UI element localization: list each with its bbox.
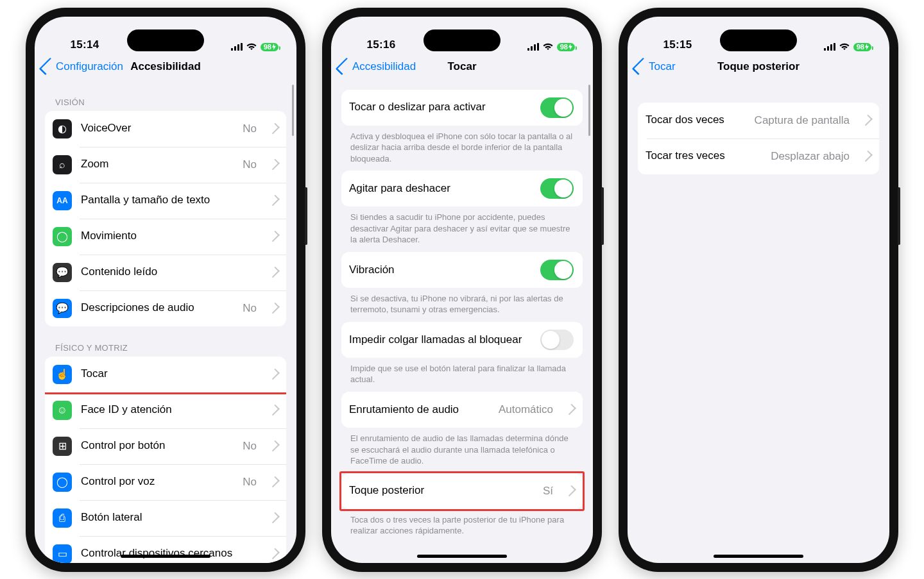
row-label: Agitar para deshacer	[349, 182, 531, 195]
row-faceid-attention[interactable]: ☺ Face ID y atención	[45, 392, 286, 428]
svg-rect-4	[527, 48, 529, 51]
zoom-icon: ⌕	[53, 155, 72, 174]
motion-icon: ◯	[53, 227, 72, 246]
row-voice-control[interactable]: ◯ Control por voz No	[45, 464, 286, 500]
row-label: Controlar dispositivos cercanos	[81, 547, 257, 560]
toggle-vibration[interactable]	[540, 260, 574, 280]
iphone-mock-1: 15:14 98 Configuración Accesibilidad VIS…	[26, 8, 305, 572]
svg-rect-5	[531, 46, 533, 51]
wifi-icon	[246, 43, 257, 51]
row-label: Control por voz	[81, 475, 234, 488]
status-time: 15:15	[646, 38, 710, 51]
svg-rect-8	[824, 48, 826, 51]
chevron-right-icon	[268, 512, 280, 524]
row-zoom[interactable]: ⌕ Zoom No	[45, 147, 286, 183]
row-side-button[interactable]: ⎙ Botón lateral	[45, 500, 286, 536]
toggle-touch-wake[interactable]	[540, 97, 574, 118]
row-value: Automático	[499, 403, 553, 416]
chevron-left-icon	[632, 58, 650, 76]
row-touch-wake[interactable]: Tocar o deslizar para activar	[341, 90, 583, 126]
nav-bar: Accesibilidad Tocar	[331, 53, 593, 81]
row-double-tap[interactable]: Tocar dos veces Captura de pantalla	[638, 103, 879, 138]
row-vibration[interactable]: Vibración	[341, 252, 583, 288]
toggle-shake-undo[interactable]	[540, 178, 574, 199]
home-indicator[interactable]	[417, 555, 507, 558]
voice-control-icon: ◯	[53, 473, 72, 492]
row-label: Control por botón	[81, 439, 234, 452]
row-touch[interactable]: ☝ Tocar	[45, 357, 286, 392]
row-label: Movimiento	[81, 230, 257, 242]
nav-back-button[interactable]: Tocar	[633, 58, 676, 74]
chevron-right-icon	[268, 369, 280, 380]
row-label: Descripciones de audio	[81, 301, 234, 314]
row-voiceover[interactable]: ◐ VoiceOver No	[45, 111, 286, 147]
footer-text: El enrutamiento de audio de las llamadas…	[341, 428, 583, 467]
row-control-nearby[interactable]: ▭ Controlar dispositivos cercanos	[45, 536, 286, 563]
row-label: Enrutamiento de audio	[349, 403, 490, 416]
nav-back-button[interactable]: Accesibilidad	[336, 58, 416, 74]
section-header-vision: VISIÓN	[45, 81, 286, 111]
row-shake-undo[interactable]: Agitar para deshacer	[341, 171, 583, 206]
chevron-right-icon	[268, 548, 280, 560]
chevron-right-icon	[268, 303, 280, 314]
footer-text: Toca dos o tres veces la parte posterior…	[341, 509, 583, 537]
status-time: 15:14	[53, 38, 117, 51]
chevron-right-icon	[861, 115, 873, 126]
row-label: Zoom	[81, 158, 234, 171]
row-back-tap[interactable]: Toque posterior Sí	[341, 473, 583, 509]
section-vision: ◐ VoiceOver No ⌕ Zoom No AA Pantalla y t…	[45, 111, 286, 326]
row-label: Tocar dos veces	[646, 113, 746, 126]
chevron-right-icon	[268, 405, 280, 416]
svg-rect-7	[537, 43, 539, 51]
chevron-right-icon	[861, 151, 873, 162]
footer-text: Si tiendes a sacudir tu iPhone por accid…	[341, 206, 583, 246]
aa-icon: AA	[53, 191, 72, 210]
row-prevent-lock-end[interactable]: Impedir colgar llamadas al bloquear	[341, 322, 583, 358]
row-value: Captura de pantalla	[755, 114, 850, 127]
home-indicator[interactable]	[714, 555, 803, 558]
row-audio-routing[interactable]: Enrutamiento de audio Automático	[341, 392, 583, 428]
cellular-signal-icon	[824, 43, 835, 51]
svg-rect-9	[827, 46, 829, 51]
svg-rect-3	[241, 43, 243, 51]
row-audio-descriptions[interactable]: 💬 Descripciones de audio No	[45, 290, 286, 326]
chevron-right-icon	[268, 441, 280, 452]
chevron-right-icon	[268, 159, 280, 171]
footer-text: Impide que se use el botón lateral para …	[341, 358, 583, 385]
highlight-touch-row: ☝ Tocar	[45, 357, 286, 394]
chevron-right-icon	[268, 231, 280, 242]
row-display-text-size[interactable]: AA Pantalla y tamaño de texto	[45, 183, 286, 219]
nav-back-label: Accesibilidad	[352, 60, 416, 73]
side-button-hardware	[305, 187, 307, 245]
row-label: Tocar	[81, 367, 257, 380]
nav-bar: Tocar Toque posterior	[628, 53, 889, 81]
scroll-indicator[interactable]	[588, 85, 590, 136]
side-button-icon: ⎙	[53, 508, 72, 528]
toggle-prevent-lock-end[interactable]	[540, 330, 574, 350]
row-triple-tap[interactable]: Tocar tres veces Desplazar abajo	[638, 138, 879, 174]
spoken-content-icon: 💬	[53, 263, 72, 282]
row-value: Desplazar abajo	[771, 150, 850, 163]
home-indicator[interactable]	[121, 555, 210, 558]
scroll-indicator[interactable]	[292, 85, 294, 136]
battery-icon: 98	[557, 43, 575, 51]
row-value: No	[243, 158, 257, 171]
chevron-left-icon	[39, 58, 57, 76]
chevron-right-icon	[268, 123, 280, 135]
row-motion[interactable]: ◯ Movimiento	[45, 219, 286, 255]
nav-back-button[interactable]: Configuración	[40, 58, 123, 74]
chevron-right-icon	[268, 476, 280, 488]
row-label: Tocar o deslizar para activar	[349, 101, 531, 113]
cellular-signal-icon	[527, 43, 539, 51]
row-spoken-content[interactable]: 💬 Contenido leído	[45, 255, 286, 290]
chevron-left-icon	[336, 58, 354, 76]
row-switch-control[interactable]: ⊞ Control por botón No	[45, 428, 286, 464]
row-label: Face ID y atención	[81, 403, 257, 416]
row-label: Toque posterior	[349, 484, 534, 497]
touch-icon: ☝	[53, 365, 72, 384]
svg-rect-10	[830, 44, 832, 51]
audio-descriptions-icon: 💬	[53, 299, 72, 318]
svg-rect-11	[834, 43, 835, 51]
row-label: Tocar tres veces	[646, 149, 762, 162]
row-label: Pantalla y tamaño de texto	[81, 194, 257, 206]
